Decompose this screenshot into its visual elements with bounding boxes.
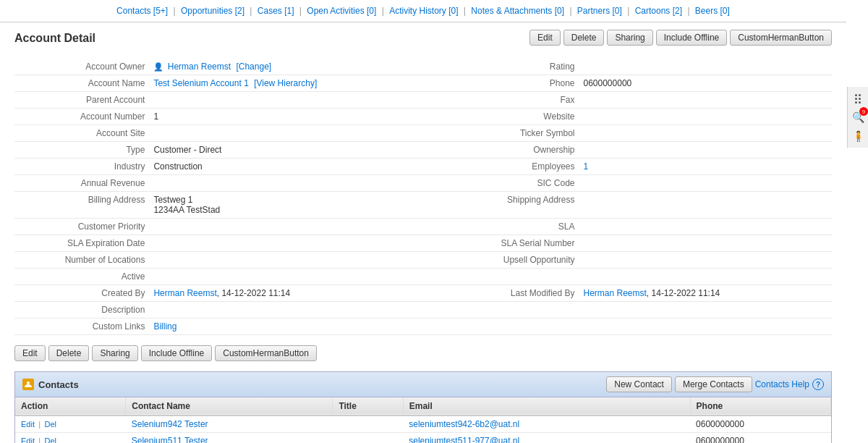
table-row: Account Number 1 Website	[14, 109, 832, 125]
ownership-label: Ownership	[444, 142, 579, 159]
contact-del-link[interactable]: Del	[45, 436, 57, 443]
table-row: Account Owner 👤 Herman Reemst [Change] R…	[14, 59, 832, 75]
table-row: Parent Account Fax	[14, 92, 832, 109]
type-label: Type	[14, 142, 149, 159]
table-row: SLA Expiration Date SLA Serial Number	[14, 235, 832, 252]
shipping-address-value	[579, 192, 833, 219]
table-row: Billing Address Testweg 1 1234AA TestSta…	[14, 192, 832, 219]
new-contact-button[interactable]: New Contact	[606, 376, 672, 392]
num-locations-value	[149, 252, 444, 269]
sharing-button-top[interactable]: Sharing	[607, 30, 652, 46]
sharing-button-bottom[interactable]: Sharing	[92, 345, 137, 361]
sla-value	[579, 219, 833, 235]
industry-value: Construction	[149, 159, 444, 175]
delete-button-bottom[interactable]: Delete	[48, 345, 90, 361]
billing-address-line2: 1234AA TestStad	[153, 205, 220, 215]
table-row: Custom Links Billing	[14, 318, 832, 335]
contact-edit-link[interactable]: Edit	[21, 436, 35, 443]
custom-button-bottom[interactable]: CustomHermanButton	[215, 345, 317, 361]
phone-value: 0600000000	[579, 75, 833, 92]
nav-item-beers[interactable]: Beers [0]	[695, 6, 730, 16]
contacts-panel-title: Contacts	[38, 379, 79, 390]
website-value	[579, 109, 833, 125]
contact-title-cell	[333, 433, 403, 444]
billing-link[interactable]: Billing	[153, 321, 176, 332]
include-offline-button-bottom[interactable]: Include Offline	[141, 345, 213, 361]
account-name-link[interactable]: Test Selenium Account 1	[153, 78, 248, 88]
shipping-address-label: Shipping Address	[444, 192, 579, 219]
table-row: Annual Revenue SIC Code	[14, 175, 832, 192]
delete-button-top[interactable]: Delete	[563, 30, 605, 46]
nav-item-contacts[interactable]: Contacts [5+]	[116, 6, 168, 16]
subpanel-nav: Contacts [5+] | Opportunities [2] | Case…	[0, 0, 846, 22]
nav-item-cartoons[interactable]: Cartoons [2]	[635, 6, 682, 16]
created-by-link[interactable]: Herman Reemst	[153, 288, 216, 298]
last-modified-link[interactable]: Herman Reemst	[584, 288, 647, 298]
created-by-value: Herman Reemst, 14-12-2022 11:14	[149, 285, 444, 302]
account-owner-label: Account Owner	[14, 59, 149, 75]
help-question-icon[interactable]: ?	[812, 379, 824, 390]
account-site-label: Account Site	[14, 125, 149, 142]
contacts-help-link[interactable]: Contacts Help	[755, 379, 809, 389]
table-row: Number of Locations Upsell Opportunity	[14, 252, 832, 269]
sidebar-person-icon[interactable]: 🧍	[849, 127, 867, 145]
nav-item-open-activities[interactable]: Open Activities [0]	[307, 6, 376, 16]
table-row: Description	[14, 302, 832, 318]
nav-item-cases[interactable]: Cases [1]	[258, 6, 294, 16]
billing-address-line1: Testweg 1	[153, 195, 192, 205]
nav-item-activity-history[interactable]: Activity History [0]	[389, 6, 458, 16]
col-email: Email	[403, 397, 690, 415]
contacts-table-header: Action Contact Name Title Email Phone	[15, 397, 831, 415]
table-row: Created By Herman Reemst, 14-12-2022 11:…	[14, 285, 832, 302]
account-detail-table: Account Owner 👤 Herman Reemst [Change] R…	[14, 59, 832, 335]
account-owner-value: 👤 Herman Reemst [Change]	[149, 59, 444, 75]
nav-item-opportunities[interactable]: Opportunities [2]	[181, 6, 244, 16]
account-site-value	[149, 125, 444, 142]
edit-button-top[interactable]: Edit	[529, 30, 561, 46]
customer-priority-label: Customer Priority	[14, 219, 149, 235]
active-value	[149, 269, 444, 285]
description-label: Description	[14, 302, 149, 318]
nav-item-partners[interactable]: Partners [0]	[577, 6, 622, 16]
contacts-table: Action Contact Name Title Email Phone Ed…	[15, 397, 831, 443]
parent-account-value	[149, 92, 444, 109]
annual-revenue-value	[149, 175, 444, 192]
col-phone: Phone	[690, 397, 830, 415]
billing-address-value: Testweg 1 1234AA TestStad	[149, 192, 444, 219]
last-modified-label: Last Modified By	[444, 285, 579, 302]
view-hierarchy-link[interactable]: [View Hierarchy]	[254, 78, 317, 88]
sidebar-dots-icon[interactable]	[849, 90, 867, 107]
account-owner-link[interactable]: Herman Reemst	[168, 62, 231, 72]
right-sidebar: 🔍 9 🧍	[847, 87, 868, 148]
contact-name-link[interactable]: Selenium942 Tester	[132, 419, 208, 429]
contact-action-cell: Edit | Del	[15, 415, 126, 433]
active-label: Active	[14, 269, 149, 285]
custom-links-value: Billing	[149, 318, 832, 335]
merge-contacts-button[interactable]: Merge Contacts	[675, 376, 752, 392]
contact-action-cell: Edit | Del	[15, 433, 126, 444]
contact-email-link[interactable]: seleniumtest942-6b2@uat.nl	[409, 419, 519, 429]
upsell-label: Upsell Opportunity	[444, 252, 579, 269]
contact-name-link[interactable]: Selenium511 Tester	[132, 436, 208, 443]
rating-value	[579, 59, 833, 75]
edit-button-bottom[interactable]: Edit	[14, 345, 46, 361]
table-row: Edit | Del Selenium942 Tester seleniumte…	[15, 415, 831, 433]
sidebar-user-icon[interactable]: 🔍 9	[849, 109, 867, 126]
contact-edit-link[interactable]: Edit	[21, 420, 35, 429]
parent-account-label: Parent Account	[14, 92, 149, 109]
contact-email-link[interactable]: seleniumtest511-977@uat.nl	[409, 436, 519, 443]
svg-point-1	[27, 381, 30, 384]
table-row: Account Site Ticker Symbol	[14, 125, 832, 142]
custom-button-top[interactable]: CustomHermanButton	[730, 30, 832, 46]
employees-value: 1	[579, 159, 833, 175]
contact-email-cell: seleniumtest942-6b2@uat.nl	[403, 415, 690, 433]
phone-label: Phone	[444, 75, 579, 92]
employees-link[interactable]: 1	[584, 161, 589, 172]
contact-del-link[interactable]: Del	[45, 420, 57, 429]
account-name-label: Account Name	[14, 75, 149, 92]
table-row: Type Customer - Direct Ownership	[14, 142, 832, 159]
nav-item-notes-&-attachments[interactable]: Notes & Attachments [0]	[471, 6, 564, 16]
account-owner-change[interactable]: [Change]	[236, 62, 271, 72]
include-offline-button-top[interactable]: Include Offline	[656, 30, 728, 46]
contact-phone-cell: 0600000000	[690, 433, 830, 444]
